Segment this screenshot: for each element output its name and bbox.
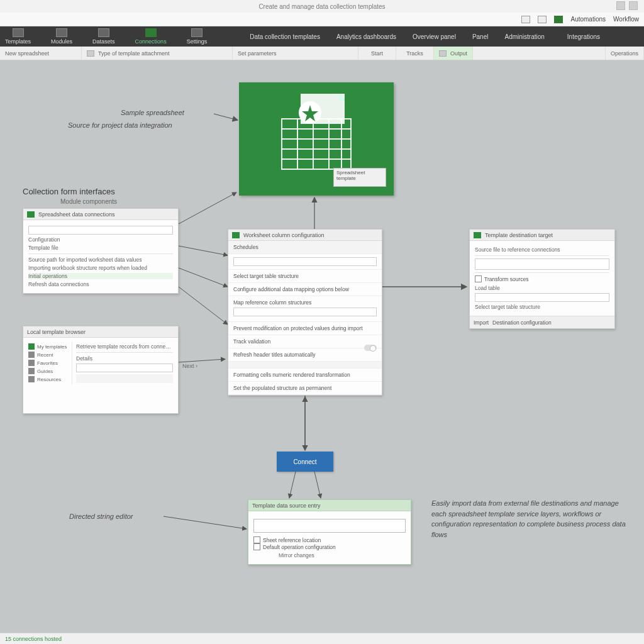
nav-recent[interactable]: Recent <box>28 352 69 358</box>
tab-admin[interactable]: Administration <box>504 33 544 40</box>
panelC-o8[interactable]: Formatting cells numeric rendered transf… <box>228 369 382 382</box>
ribbon-connections[interactable]: Connections <box>133 28 169 45</box>
panelE-o2[interactable]: Default operation configuration <box>253 543 406 550</box>
window-min-icon[interactable] <box>616 1 625 10</box>
panelC-o2[interactable]: Select target table structure <box>228 270 382 283</box>
hero-badge: Spreadsheet template <box>333 168 386 187</box>
menu-bar: Automations Workflow <box>0 13 644 26</box>
panelD-footer: Import Destination configuration <box>470 316 614 328</box>
panelA-r2: Source path for imported worksheet data … <box>28 257 173 263</box>
tab-overview[interactable]: Overview panel <box>413 33 456 40</box>
sub-output[interactable]: Output <box>434 47 473 60</box>
title-text: Create and manage data collection templa… <box>258 3 385 10</box>
panelD-import[interactable]: Import <box>474 319 489 326</box>
panelC-o4[interactable]: Map reference column structures <box>228 296 382 322</box>
diagram-canvas: Sample spreadsheet Source for project da… <box>0 60 644 633</box>
panelA-input[interactable] <box>28 226 173 235</box>
ribbon: Templates Modules Datasets Connections S… <box>0 26 644 47</box>
clock-icon <box>28 352 35 358</box>
panelA-sub: Configuration <box>28 236 173 243</box>
anno-source-integration: Source for project data integration <box>68 121 172 130</box>
description-paragraph: Easily import data from external file de… <box>431 498 626 540</box>
panelE-input[interactable] <box>253 519 406 533</box>
sub-ops[interactable]: Operations <box>606 47 644 60</box>
panelD-destcfg[interactable]: Destination configuration <box>492 319 552 326</box>
svg-line-12 <box>164 516 247 529</box>
nav-resources[interactable]: Resources <box>28 376 69 382</box>
nav-favorites[interactable]: Favorites <box>28 360 69 366</box>
panelC-o3[interactable]: Configure additional data mapping option… <box>228 283 382 296</box>
panelB-desc: Retrieve template records from connectio… <box>76 343 173 350</box>
panelC-spacer <box>228 362 382 369</box>
page-icon[interactable] <box>538 16 547 23</box>
panelC-o6[interactable]: Track validation <box>228 335 382 348</box>
svg-rect-15 <box>282 119 351 169</box>
panel-column-config[interactable]: Worksheet column configuration Schedules… <box>228 229 382 396</box>
grid-icon[interactable] <box>521 16 530 23</box>
nav-guides[interactable]: Guides <box>28 368 69 374</box>
ribbon-datasets[interactable]: Datasets <box>90 28 118 45</box>
tab-integrations[interactable]: Integrations <box>567 33 600 40</box>
panel-template-browser[interactable]: Local template browser My templates Rece… <box>23 326 179 414</box>
menu-automations[interactable]: Automations <box>570 16 606 23</box>
sub-toolbar: New spreadsheet Type of template attachm… <box>0 47 644 60</box>
panelD-r1: Source file to reference connections <box>475 247 609 253</box>
panelB-note: Next › <box>182 362 197 370</box>
connect-label: Connect <box>293 458 316 465</box>
panelC-o9[interactable]: Set the populated structure as permanent <box>228 382 382 395</box>
panelD-input[interactable] <box>475 258 609 270</box>
sheet-icon[interactable] <box>554 16 563 23</box>
panelB-nav: My templates Recent Favorites Guides Res… <box>28 341 72 384</box>
connect-node[interactable]: Connect <box>277 452 333 472</box>
target-icon <box>474 232 481 238</box>
panelB-field[interactable] <box>76 364 173 372</box>
status-bar: 15 connections hosted <box>0 633 644 644</box>
panel-data-connections[interactable]: Spreadsheet data connections Configurati… <box>23 208 179 294</box>
anno-sample-spreadsheet: Sample spreadsheet <box>121 108 184 118</box>
panelE-o1[interactable]: Sheet reference location <box>253 536 406 543</box>
folder-icon <box>28 343 35 350</box>
panelC-o7[interactable]: Refresh header titles automatically <box>228 348 382 362</box>
spreadsheet-doc-icon <box>275 94 357 174</box>
panelC-o1[interactable] <box>228 254 382 270</box>
window-max-icon[interactable] <box>629 1 638 10</box>
panelD-chk[interactable]: Transform sources <box>475 275 609 282</box>
sub-params[interactable]: Set parameters <box>233 47 358 60</box>
ribbon-templates[interactable]: Templates <box>3 28 33 45</box>
sub-start[interactable]: Start <box>358 47 396 60</box>
panelA-r5[interactable]: Refresh data connections <box>28 281 173 287</box>
attach-icon <box>87 50 94 57</box>
panelE-title: Template data source entry <box>252 502 321 509</box>
sub-type[interactable]: Type of template attachment <box>82 47 233 60</box>
tab-panel[interactable]: Panel <box>472 33 489 40</box>
status-text: 15 connections hosted <box>5 636 62 642</box>
svg-line-0 <box>214 114 238 120</box>
box-icon <box>28 376 35 382</box>
anno-string-editor: Directed string editor <box>69 512 133 521</box>
ribbon-settings[interactable]: Settings <box>184 28 210 45</box>
tab-analytics[interactable]: Analytics dashboards <box>336 33 396 40</box>
panelD-sec: Load table <box>475 285 609 291</box>
sub-tracks[interactable]: Tracks <box>396 47 434 60</box>
panelD-field2[interactable] <box>475 293 609 302</box>
toggle-validation[interactable] <box>364 345 377 351</box>
panelA-r4[interactable]: Initial operations <box>28 273 173 279</box>
hero-spreadsheet-tile[interactable]: Spreadsheet template <box>239 82 394 196</box>
panel-data-source-entry[interactable]: Template data source entry Sheet referen… <box>248 499 411 565</box>
sheet-small-icon <box>27 211 35 218</box>
panelB-placeholder <box>76 374 173 383</box>
ribbon-tabs: Data collection templates Analytics dash… <box>250 33 600 40</box>
ribbon-modules[interactable]: Modules <box>48 28 75 45</box>
svg-line-2 <box>179 246 228 255</box>
panelA-r1[interactable]: Template file <box>28 245 173 251</box>
panelC-sec: Schedules <box>228 241 382 254</box>
book-icon <box>28 368 35 374</box>
panelC-o5[interactable]: Prevent modification on protected values… <box>228 322 382 335</box>
menu-workflow[interactable]: Workflow <box>613 16 639 23</box>
sub-new[interactable]: New spreadsheet <box>0 47 82 60</box>
tab-data-collection[interactable]: Data collection templates <box>250 33 320 40</box>
panelE-o3[interactable]: Mirror changes <box>279 552 406 558</box>
panel-destination[interactable]: Template destination target Source file … <box>469 229 615 329</box>
panelB-title: Local template browser <box>27 329 86 335</box>
nav-my-templates[interactable]: My templates <box>28 343 69 350</box>
